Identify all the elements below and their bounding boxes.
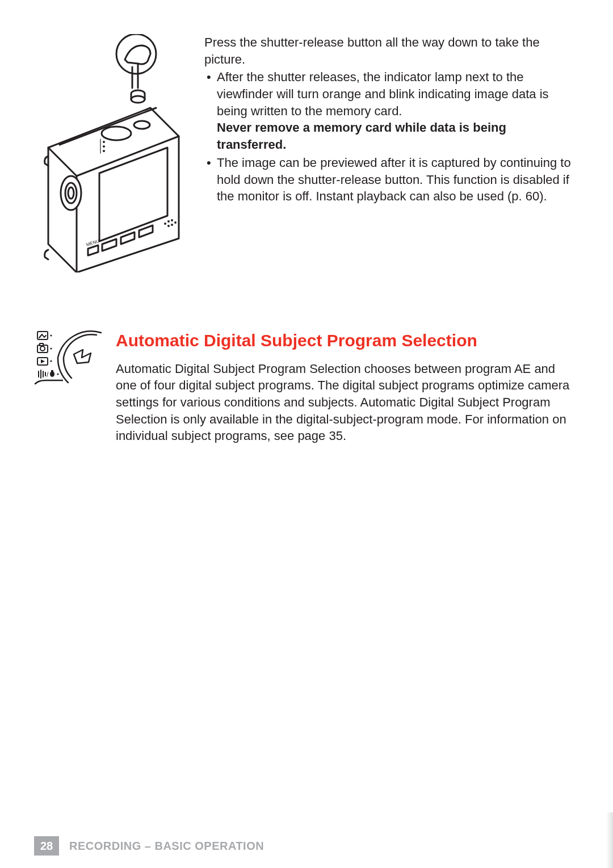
page-footer: 28 RECORDING – BASIC OPERATION (0, 835, 613, 868)
svg-point-8 (68, 187, 74, 199)
bullet-list: After the shutter releases, the indicato… (204, 69, 579, 205)
svg-rect-24 (40, 343, 43, 346)
mode-dial-icon: / (34, 329, 102, 386)
page-edge-shadow (606, 812, 613, 868)
manual-page: MENU Press the shutter-release button al… (0, 0, 613, 868)
bullet1-text-b: Never remove a memory card while data is… (217, 120, 506, 152)
svg-point-9 (167, 220, 170, 223)
shutter-release-text: Press the shutter-release button all the… (204, 34, 579, 206)
svg-point-17 (103, 141, 105, 143)
svg-point-21 (50, 334, 52, 336)
svg-point-4 (134, 121, 150, 129)
intro-paragraph: Press the shutter-release button all the… (204, 34, 579, 68)
svg-point-23 (40, 346, 45, 351)
svg-point-29 (50, 371, 54, 377)
svg-point-25 (50, 347, 52, 349)
svg-point-19 (103, 150, 105, 152)
footer-bar: 28 RECORDING – BASIC OPERATION (34, 835, 613, 857)
page-number: 28 (34, 836, 59, 856)
svg-text:/: / (47, 371, 49, 379)
bullet-item-1: After the shutter releases, the indicato… (204, 69, 579, 153)
svg-rect-30 (51, 370, 53, 372)
svg-point-31 (57, 373, 58, 375)
bullet-item-2: The image can be previewed after it is c… (204, 154, 579, 205)
camera-with-shutter-icon: MENU (37, 34, 184, 272)
bullet1-text-a: After the shutter releases, the indicato… (217, 70, 549, 118)
svg-point-12 (171, 224, 173, 226)
svg-point-18 (103, 145, 105, 148)
section-body: Automatic Digital Subject Program Select… (116, 360, 579, 445)
svg-point-14 (174, 221, 177, 224)
svg-point-10 (171, 219, 173, 221)
svg-point-13 (164, 223, 166, 225)
svg-point-5 (131, 96, 145, 103)
mode-dial-illustration: / (34, 329, 102, 386)
shutter-release-section: MENU Press the shutter-release button al… (34, 34, 579, 272)
footer-section-title: RECORDING – BASIC OPERATION (69, 840, 264, 853)
section-heading: Automatic Digital Subject Program Select… (116, 329, 579, 353)
auto-subject-text: Automatic Digital Subject Program Select… (116, 329, 579, 446)
bullet2-text: The image can be previewed after it is c… (217, 156, 571, 203)
svg-point-27 (50, 360, 52, 362)
svg-point-3 (102, 127, 131, 140)
camera-illustration: MENU (34, 34, 187, 272)
auto-subject-section: / Automatic Digital Subject Program Sele… (34, 329, 579, 446)
svg-point-11 (167, 225, 170, 227)
